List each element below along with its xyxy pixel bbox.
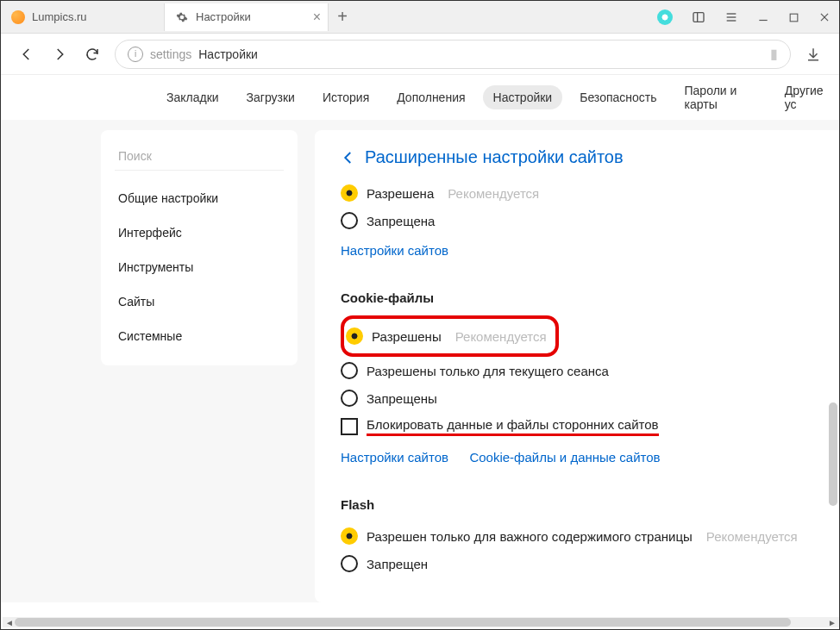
highlight-annotation: Разрешены Рекомендуется [341, 315, 559, 357]
settings-nav: Закладки Загрузки История Дополнения Нас… [1, 75, 839, 120]
main-panel: Расширенные настройки сайтов Разрешена Р… [315, 130, 839, 602]
nav-passwords[interactable]: Пароли и карты [674, 78, 768, 116]
vertical-scrollbar[interactable] [829, 75, 837, 592]
close-button[interactable] [818, 11, 831, 23]
sidebar-toggle-icon[interactable] [692, 10, 705, 24]
checkbox-icon [341, 418, 358, 435]
tab-lumpics[interactable]: Lumpics.ru [1, 3, 165, 31]
nav-downloads[interactable]: Загрузки [236, 85, 305, 109]
site-icon [11, 10, 25, 24]
address-input[interactable]: i settings Настройки ▮ [115, 40, 791, 69]
forward-button[interactable] [49, 44, 70, 65]
scroll-right-icon[interactable]: ► [825, 618, 839, 627]
sidebar-item-general[interactable]: Общие настройки [101, 181, 298, 215]
sidebar-item-interface[interactable]: Интерфейс [101, 215, 298, 250]
radio-flash-blocked[interactable]: Запрещен [341, 550, 813, 577]
site-info-icon[interactable]: i [128, 47, 143, 62]
radio-cookies-blocked[interactable]: Запрещены [341, 384, 813, 412]
radio-icon [341, 362, 358, 379]
link-site-settings[interactable]: Настройки сайтов [341, 441, 448, 473]
page-title[interactable]: Расширенные настройки сайтов [341, 147, 813, 167]
downloads-button[interactable] [803, 44, 824, 65]
radio-cookies-session[interactable]: Разрешены только для текущего сеанса [341, 357, 813, 384]
tab-label: Настройки [196, 10, 251, 23]
bookmark-icon[interactable]: ▮ [770, 46, 778, 62]
settings-sidebar: Поиск Общие настройки Интерфейс Инструме… [101, 130, 298, 365]
content-area: Поиск Общие настройки Интерфейс Инструме… [1, 120, 839, 602]
radio-allowed[interactable]: Разрешена Рекомендуется [341, 179, 813, 207]
checkbox-block-thirdparty[interactable]: Блокировать данные и файлы сторонних сай… [341, 412, 813, 441]
link-cookie-data[interactable]: Cookie-файлы и данные сайтов [469, 441, 660, 473]
tab-label: Lumpics.ru [32, 10, 87, 23]
menu-icon[interactable] [724, 10, 738, 24]
address-bar: i settings Настройки ▮ [1, 34, 839, 75]
sidebar-item-tools[interactable]: Инструменты [101, 250, 298, 284]
close-icon[interactable]: × [313, 9, 321, 25]
sidebar-item-system[interactable]: Системные [101, 319, 298, 353]
radio-blocked[interactable]: Запрещена [341, 207, 813, 234]
nav-security[interactable]: Безопасность [569, 85, 667, 109]
radio-icon [341, 527, 358, 545]
section-cookies-title: Cookie-файлы [341, 290, 813, 305]
nav-settings[interactable]: Настройки [483, 85, 563, 109]
reload-button[interactable] [82, 44, 103, 65]
sidebar-search[interactable]: Поиск [115, 142, 284, 171]
sidebar-item-sites[interactable]: Сайты [101, 284, 298, 319]
radio-flash-important[interactable]: Разрешен только для важного содержимого … [341, 522, 813, 550]
tab-bar: Lumpics.ru Настройки × + [1, 1, 839, 34]
section-flash-title: Flash [341, 497, 813, 512]
horizontal-scrollbar[interactable]: ◄ ► [3, 617, 839, 627]
radio-icon [341, 212, 358, 229]
nav-history[interactable]: История [312, 85, 379, 109]
nav-addons[interactable]: Дополнения [386, 85, 475, 109]
zen-icon[interactable] [657, 9, 673, 25]
window-controls [657, 1, 831, 34]
url-title: Настройки [198, 47, 258, 61]
radio-cookies-allowed[interactable]: Разрешены Рекомендуется [346, 322, 547, 350]
url-prefix: settings [150, 47, 191, 61]
radio-icon [341, 555, 358, 572]
maximize-button[interactable] [788, 12, 799, 23]
svg-rect-0 [693, 13, 704, 22]
chevron-left-icon [341, 150, 356, 165]
radio-icon [341, 390, 358, 407]
minimize-button[interactable] [757, 11, 769, 23]
svg-rect-6 [790, 14, 798, 22]
back-button[interactable] [16, 44, 37, 65]
radio-icon [341, 184, 358, 202]
gear-icon [175, 10, 189, 24]
new-tab-button[interactable]: + [329, 7, 356, 27]
tab-settings[interactable]: Настройки × [165, 3, 329, 31]
radio-icon [346, 327, 363, 345]
nav-bookmarks[interactable]: Закладки [156, 85, 229, 109]
link-site-settings[interactable]: Настройки сайтов [341, 234, 448, 266]
